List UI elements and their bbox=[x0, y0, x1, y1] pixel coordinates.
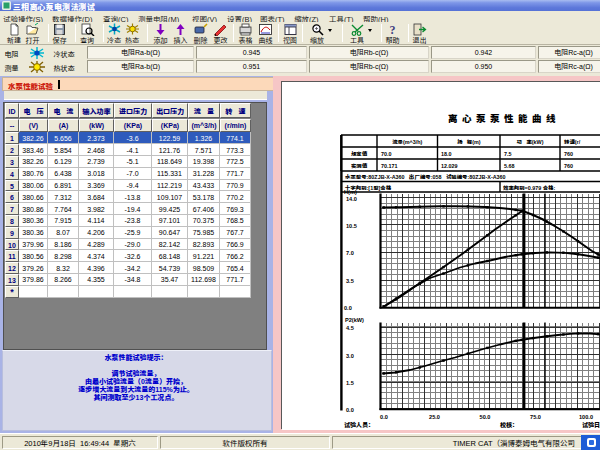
svg-text:25.0: 25.0 bbox=[429, 413, 440, 421]
svg-text:75.0: 75.0 bbox=[530, 413, 541, 421]
svg-text:水泵型号:80ZJB-X-A360 出厂编号:058: 水泵型号:80ZJB-X-A360 出厂编号:058 试验编号:80ZJB-X-… bbox=[345, 173, 506, 181]
svg-text:1.5: 1.5 bbox=[346, 379, 354, 387]
svg-text:扬 程(m): 扬 程(m) bbox=[457, 138, 481, 146]
svg-text:流量(m^3/h): 流量(m^3/h) bbox=[392, 138, 422, 146]
svg-text:离心泵泵性能曲线: 离心泵泵性能曲线 bbox=[448, 111, 560, 125]
svg-text:0.0: 0.0 bbox=[346, 406, 354, 414]
svg-text:效率判别=0.979 合格:: 效率判别=0.979 合格: bbox=[503, 184, 555, 192]
svg-text:转速(r/: 转速(r/ bbox=[564, 138, 581, 146]
svg-text:760: 760 bbox=[564, 150, 573, 158]
svg-text:0.0: 0.0 bbox=[344, 304, 352, 312]
svg-text:12.029: 12.029 bbox=[441, 162, 458, 170]
svg-text:14.0: 14.0 bbox=[346, 195, 357, 203]
svg-text:0.0: 0.0 bbox=[380, 413, 388, 421]
svg-text:3.0: 3.0 bbox=[346, 352, 354, 360]
svg-text:760: 760 bbox=[564, 162, 573, 170]
svg-text:7.0: 7.0 bbox=[346, 249, 354, 257]
svg-text:功 率(kW): 功 率(kW) bbox=[517, 138, 544, 146]
svg-text:70.0: 70.0 bbox=[381, 150, 392, 158]
svg-text:3.5: 3.5 bbox=[346, 277, 354, 285]
svg-text:实测值: 实测值 bbox=[351, 162, 368, 170]
svg-text:70.171: 70.171 bbox=[381, 162, 398, 170]
svg-text:P2(kW): P2(kW) bbox=[345, 316, 364, 324]
svg-text:50.0: 50.0 bbox=[480, 413, 491, 421]
svg-text:4.5: 4.5 bbox=[346, 324, 354, 332]
svg-text:规定值: 规定值 bbox=[351, 150, 368, 158]
svg-text:试验日期：: 试验日期： bbox=[582, 420, 600, 429]
svg-text:试验人员：: 试验人员： bbox=[344, 420, 374, 429]
svg-text:5.68: 5.68 bbox=[504, 162, 515, 170]
svg-text:7.5: 7.5 bbox=[504, 150, 512, 158]
svg-text:校核：: 校核： bbox=[500, 420, 518, 429]
svg-text:10.5: 10.5 bbox=[346, 222, 357, 230]
svg-text:18.0: 18.0 bbox=[441, 150, 452, 158]
